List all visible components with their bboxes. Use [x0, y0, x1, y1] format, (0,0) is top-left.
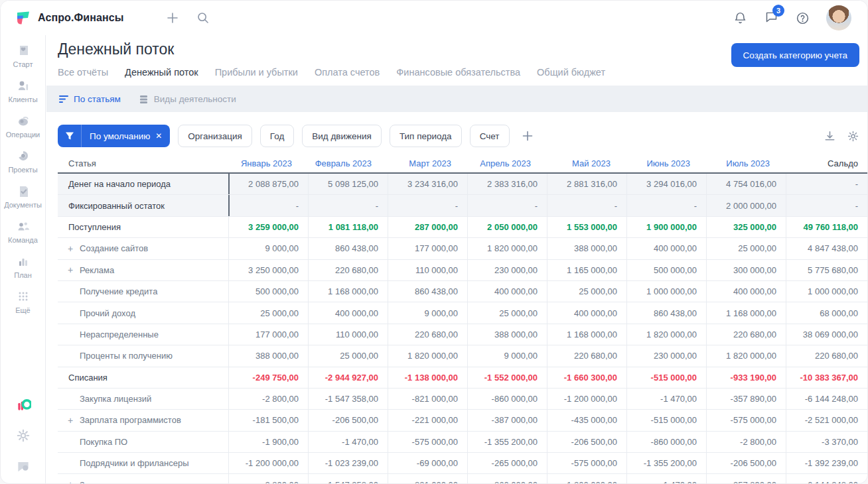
row-label: Подрядчики и фрилансеры [58, 453, 228, 473]
value-cell: 388 000,00 [547, 238, 626, 259]
value-cell: -221 000,00 [388, 410, 467, 430]
value-cell: 1 165 000,00 [547, 260, 626, 280]
tab-4[interactable]: Оплата счетов [315, 67, 380, 88]
value-cell: 500 000,00 [228, 281, 308, 302]
expand-row-icon[interactable]: + [68, 480, 73, 484]
row-label: Фиксированный остаток [58, 195, 228, 215]
messages-icon[interactable]: 3 [764, 9, 778, 27]
view-mode-bar: По статьямВиды деятельности [46, 86, 867, 112]
sidebar-item-4[interactable]: Проекты [2, 149, 44, 174]
filter-chip-1[interactable]: Организация [178, 125, 252, 147]
settings-gear-icon[interactable] [847, 130, 859, 143]
view-tab-1[interactable]: По статьям [58, 93, 121, 104]
table-row: Подрядчики и фрилансеры-1 200 000,00-1 0… [58, 453, 867, 474]
expand-row-icon[interactable]: + [68, 416, 73, 425]
add-icon[interactable] [165, 11, 180, 25]
expand-row-icon[interactable]: + [68, 265, 73, 274]
bell-icon[interactable] [733, 11, 747, 25]
operations-icon [16, 113, 31, 128]
sidebar-item-6[interactable]: Команда [2, 219, 44, 244]
value-cell: 25 000,00 [228, 302, 308, 323]
gear-icon[interactable] [15, 428, 31, 444]
value-cell: -821 000,00 [388, 389, 467, 409]
tab-6[interactable]: Общий бюджет [537, 67, 605, 88]
sidebar-item-3[interactable]: Операции [2, 113, 44, 139]
column-header-month[interactable]: Июль 2023 [706, 154, 786, 172]
value-cell: -2 800,00 [228, 389, 308, 409]
value-cell: 177 000,00 [228, 324, 308, 345]
sidebar-item-5[interactable]: Документы [2, 184, 44, 209]
tab-1[interactable]: Все отчёты [58, 67, 108, 88]
value-cell: -1 200 000,00 [547, 389, 626, 409]
sidebar-item-8[interactable]: Ещё [2, 289, 44, 314]
close-icon[interactable]: ✕ [155, 131, 170, 141]
download-icon[interactable] [824, 130, 836, 143]
sidebar-item-7[interactable]: План [2, 254, 44, 279]
value-cell: -249 750,00 [228, 367, 308, 388]
value-cell: -206 500,00 [547, 432, 626, 452]
value-cell: -1 023 239,00 [308, 453, 388, 473]
row-label[interactable]: +Реклама [58, 260, 228, 280]
column-header-month[interactable]: Март 2023 [388, 154, 467, 172]
sidebar-item-label: Команда [8, 236, 38, 244]
row-label[interactable]: +Зарплата программистов [58, 474, 228, 484]
value-cell: -1 200 000,00 [228, 453, 308, 473]
column-header-month[interactable]: Июнь 2023 [626, 154, 706, 172]
value-cell: 25 000,00 [547, 281, 626, 302]
value-cell: 68 000,00 [786, 302, 867, 323]
sidebar-item-1[interactable]: Старт [2, 43, 44, 68]
value-cell: 400 000,00 [626, 238, 706, 259]
chat-bubble-icon[interactable] [15, 458, 31, 474]
tab-3[interactable]: Прибыли и убытки [215, 67, 298, 88]
avatar[interactable] [826, 5, 851, 30]
add-filter-icon[interactable] [519, 127, 536, 145]
row-label: Покупка ПО [58, 432, 228, 452]
table-row: Прочий доход25 000,00400 000,009 000,002… [58, 302, 867, 324]
tab-2[interactable]: Денежный поток [125, 67, 198, 88]
table-row: +Зарплата программистов-181 500,00-206 5… [58, 410, 867, 431]
home-start-icon [16, 43, 31, 58]
row-label-text: Реклама [80, 265, 114, 275]
create-category-button[interactable]: Создать категорию учета [731, 43, 859, 67]
aspro-logo[interactable] [15, 397, 31, 413]
value-cell: 220 680,00 [388, 324, 467, 345]
more-grid-icon [16, 289, 31, 304]
value-cell: 1 820 000,00 [706, 345, 786, 366]
view-tab-2[interactable]: Виды деятельности [138, 93, 236, 104]
row-label[interactable]: +Зарплата программистов [58, 410, 228, 430]
stack-icon [138, 93, 149, 104]
column-header-month[interactable]: Май 2023 [547, 154, 626, 172]
help-icon[interactable] [795, 11, 810, 25]
tab-5[interactable]: Финансовые обязательства [396, 67, 520, 88]
value-cell: -575 000,00 [706, 410, 786, 430]
filter-chip-5[interactable]: Счет [470, 125, 510, 147]
column-header-month[interactable]: Апрель 2023 [467, 154, 547, 172]
filter-chip-3[interactable]: Вид движения [302, 125, 382, 147]
value-cell: 38 069 000,00 [786, 324, 867, 345]
row-label[interactable]: +Создание сайтов [58, 238, 228, 259]
column-header-month[interactable]: Январь 2023 [228, 154, 308, 172]
search-icon[interactable] [196, 11, 210, 25]
sidebar-item-2[interactable]: Клиенты [2, 78, 44, 103]
value-cell: -10 383 367,00 [786, 367, 867, 388]
value-cell: -2 521 000,00 [786, 410, 867, 430]
filter-chip-2[interactable]: Год [260, 125, 295, 147]
brand-logo[interactable]: Аспро.Финансы [15, 9, 123, 27]
filter-chip-4[interactable]: Тип периода [390, 125, 462, 147]
view-tab-label: Виды деятельности [154, 94, 236, 104]
value-cell: -6 144 248,00 [786, 389, 867, 409]
value-cell: 2 050 000,00 [467, 217, 547, 237]
value-cell: -387 000,00 [467, 410, 547, 430]
value-cell: 2 881 316,00 [547, 174, 626, 194]
value-cell: - [228, 195, 308, 215]
home-start-icon [16, 43, 31, 58]
active-filter-chip[interactable]: По умолчанию✕ [58, 125, 170, 147]
column-header-month[interactable]: Февраль 2023 [308, 154, 388, 172]
value-cell: 1 000 000,00 [626, 281, 706, 302]
expand-row-icon[interactable]: + [68, 244, 73, 253]
aspro-finance-logo-icon [15, 9, 32, 27]
value-cell: 4 754 016,00 [706, 174, 786, 194]
value-cell: -575 000,00 [388, 432, 467, 452]
value-cell: -1 660 300,00 [547, 367, 626, 388]
table-row: Получение кредита500 000,001 168 000,008… [58, 281, 867, 302]
